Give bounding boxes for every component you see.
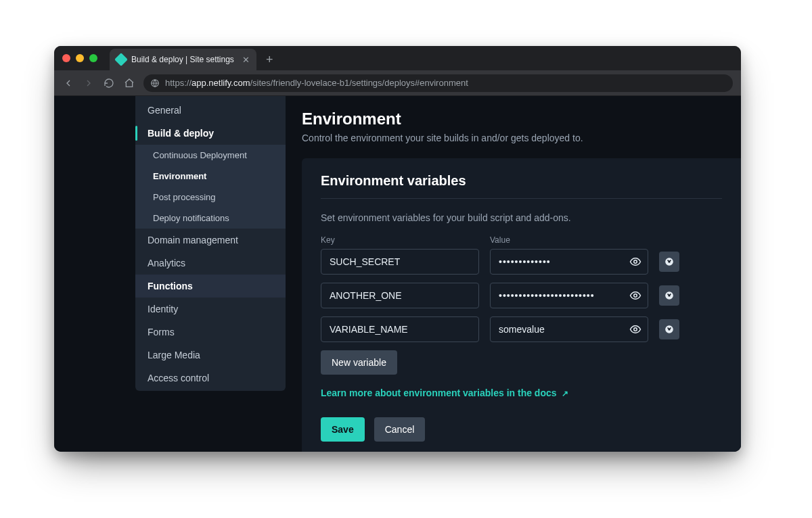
url-scheme: https:// (165, 78, 191, 88)
sidebar-item-forms[interactable]: Forms (135, 321, 286, 344)
browser-toolbar: https://app.netlify.com/sites/friendly-l… (54, 70, 741, 96)
browser-window: Build & deploy | Site settings ✕ + https… (54, 46, 741, 452)
sidebar-sub-environment[interactable]: Environment (135, 166, 286, 187)
new-tab-button[interactable]: + (256, 49, 283, 70)
left-gutter (54, 96, 135, 452)
page-subtitle: Control the environment your site builds… (302, 133, 741, 143)
save-button[interactable]: Save (321, 417, 365, 442)
env-key-input[interactable] (321, 316, 479, 342)
panel-actions: Save Cancel (321, 417, 722, 442)
sidebar-item-large-media[interactable]: Large Media (135, 344, 286, 367)
app-content: General Build & deploy Continuous Deploy… (54, 96, 741, 452)
env-key-input[interactable] (321, 283, 479, 308)
sidebar-item-domain-management[interactable]: Domain management (135, 229, 286, 252)
address-bar[interactable]: https://app.netlify.com/sites/friendly-l… (143, 74, 733, 92)
key-column-header: Key (321, 235, 479, 245)
panel-title: Environment variables (321, 173, 722, 199)
env-key-input[interactable] (321, 249, 479, 275)
kv-header-row: Key Value (321, 235, 722, 245)
sidebar-subgroup-build-deploy: Continuous Deployment Environment Post p… (135, 145, 286, 229)
panel-description: Set environment variables for your build… (321, 212, 722, 223)
page-title: Environment (302, 110, 741, 128)
site-info-icon (150, 78, 160, 88)
browser-tabbar: Build & deploy | Site settings ✕ + (54, 46, 741, 70)
svg-point-5 (634, 294, 637, 298)
sidebar-item-access-control[interactable]: Access control (135, 367, 286, 390)
env-var-row (321, 283, 722, 308)
delete-row-button[interactable] (659, 252, 679, 272)
window-close-dot[interactable] (62, 54, 70, 62)
cancel-button[interactable]: Cancel (374, 417, 426, 442)
env-value-input[interactable] (490, 249, 648, 275)
browser-tab[interactable]: Build & deploy | Site settings ✕ (110, 49, 256, 70)
delete-row-button[interactable] (659, 319, 679, 339)
reveal-value-icon[interactable] (627, 253, 644, 270)
sidebar-item-build-deploy[interactable]: Build & deploy (135, 122, 286, 145)
new-variable-button[interactable]: New variable (321, 350, 397, 375)
env-var-row (321, 249, 722, 275)
nav-back-icon[interactable] (62, 78, 74, 89)
sidebar-item-analytics[interactable]: Analytics (135, 252, 286, 275)
svg-point-9 (634, 328, 637, 331)
svg-point-1 (634, 260, 637, 264)
env-var-row (321, 316, 722, 342)
window-controls (62, 46, 110, 70)
docs-link-text: Learn more about environment variables i… (321, 387, 557, 398)
url-path: /sites/friendly-lovelace-b1/settings/dep… (250, 78, 468, 88)
env-value-input[interactable] (490, 316, 648, 342)
tab-close-icon[interactable]: ✕ (242, 55, 250, 65)
value-column-header: Value (490, 235, 648, 245)
sidebar-sub-post-processing[interactable]: Post processing (135, 187, 286, 208)
sidebar-sub-continuous-deployment[interactable]: Continuous Deployment (135, 145, 286, 166)
delete-row-button[interactable] (659, 285, 679, 306)
sidebar-sub-deploy-notifications[interactable]: Deploy notifications (135, 208, 286, 229)
reveal-value-icon[interactable] (627, 287, 644, 304)
tab-title: Build & deploy | Site settings (131, 55, 234, 64)
sidebar-item-functions[interactable]: Functions (135, 275, 286, 298)
reveal-value-icon[interactable] (627, 321, 644, 338)
main-column: Environment Control the environment your… (286, 96, 741, 452)
external-link-icon: ↗ (562, 389, 568, 398)
netlify-favicon-icon (114, 53, 128, 66)
settings-sidebar: General Build & deploy Continuous Deploy… (135, 96, 286, 391)
url-host: app.netlify.com (191, 78, 250, 88)
env-value-input[interactable] (490, 283, 648, 308)
env-vars-panel: Environment variables Set environment va… (302, 158, 741, 452)
sidebar-item-general[interactable]: General (135, 99, 286, 122)
docs-link[interactable]: Learn more about environment variables i… (321, 387, 568, 398)
nav-home-icon[interactable] (123, 78, 135, 89)
nav-forward-icon[interactable] (83, 78, 95, 89)
window-minimize-dot[interactable] (76, 54, 84, 62)
window-maximize-dot[interactable] (89, 54, 97, 62)
nav-reload-icon[interactable] (103, 78, 115, 89)
sidebar-item-identity[interactable]: Identity (135, 298, 286, 321)
